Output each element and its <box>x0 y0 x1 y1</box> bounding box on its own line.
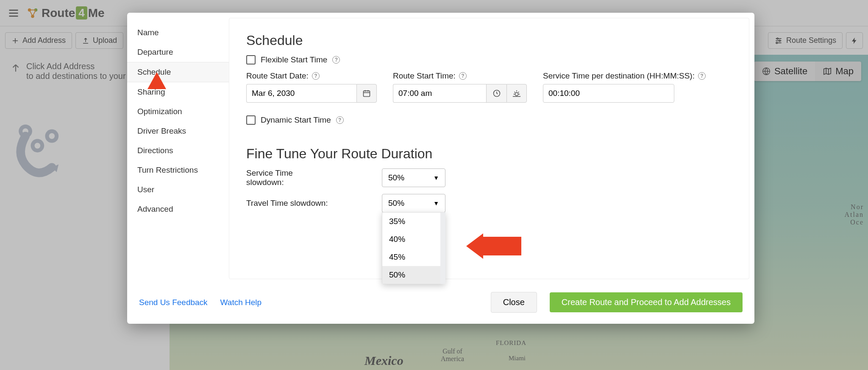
travel-slowdown-label: Travel Time slowdown: <box>246 199 331 208</box>
help-icon[interactable]: ? <box>459 72 467 80</box>
add-address-label: Add Address <box>22 36 66 45</box>
dynamic-start-row: Dynamic Start Time ? <box>246 115 732 125</box>
add-address-button[interactable]: Add Address <box>5 32 72 49</box>
nav-advanced[interactable]: Advanced <box>127 199 229 219</box>
close-button[interactable]: Close <box>491 292 537 313</box>
svg-line-32 <box>518 92 519 92</box>
map-label: Map <box>835 66 854 77</box>
svg-point-12 <box>777 38 778 39</box>
chevron-down-icon: ▼ <box>433 200 439 207</box>
svg-point-13 <box>779 40 780 41</box>
svg-point-20 <box>35 143 41 149</box>
satellite-label: Satellite <box>774 66 807 77</box>
sliders-icon <box>774 36 783 45</box>
calendar-icon[interactable] <box>356 84 377 103</box>
nav-name[interactable]: Name <box>127 23 229 42</box>
dropdown-opt-50[interactable]: 50% <box>382 266 440 284</box>
arrow-up-icon <box>10 62 21 73</box>
service-slowdown-select[interactable]: 50% ▼ <box>382 168 445 187</box>
modal-nav: Name Departure Schedule Sharing Optimiza… <box>127 13 229 284</box>
service-time-group: Service Time per destination (HH:MM:SS):… <box>543 71 706 103</box>
route-start-time-input[interactable] <box>393 84 486 103</box>
menu-icon[interactable] <box>5 5 22 22</box>
nav-sharing[interactable]: Sharing <box>127 82 229 102</box>
bolt-icon <box>851 37 858 45</box>
fine-tune-heading: Fine Tune Your Route Duration <box>246 146 732 162</box>
svg-rect-22 <box>364 91 370 96</box>
nav-turn-restrictions[interactable]: Turn Restrictions <box>127 160 229 180</box>
map-label-gulf: Gulf of America <box>441 348 464 363</box>
service-time-input[interactable] <box>543 84 674 103</box>
route-start-date-label: Route Start Date: ? <box>246 71 377 81</box>
flexible-start-checkbox[interactable] <box>246 55 256 64</box>
logo[interactable]: Route4Me <box>26 6 105 20</box>
upload-button[interactable]: Upload <box>75 32 123 49</box>
route-start-date-input[interactable] <box>246 84 356 103</box>
clock-icon[interactable] <box>486 84 506 103</box>
svg-point-14 <box>776 42 777 43</box>
route-settings-label: Route Settings <box>786 36 836 45</box>
nav-schedule[interactable]: Schedule <box>127 62 229 82</box>
svg-line-31 <box>515 92 515 92</box>
route-start-date-group: Route Start Date: ? <box>246 71 377 103</box>
chevron-down-icon: ▼ <box>433 174 439 181</box>
dynamic-start-checkbox[interactable] <box>246 115 256 125</box>
upload-icon <box>82 37 89 45</box>
map-toggle[interactable]: Map <box>815 62 861 81</box>
flexible-start-label: Flexible Start Time <box>261 55 327 64</box>
nav-departure[interactable]: Departure <box>127 42 229 62</box>
help-icon[interactable]: ? <box>336 116 344 124</box>
flexible-start-row: Flexible Start Time? <box>246 55 732 64</box>
map-label-mexico: Mexico <box>364 353 403 368</box>
dropdown-opt-45[interactable]: 45% <box>382 248 440 266</box>
watch-help-link[interactable]: Watch Help <box>220 298 262 307</box>
route-settings-button[interactable]: Route Settings <box>768 32 843 49</box>
help-icon[interactable]: ? <box>312 72 320 80</box>
sunrise-icon[interactable] <box>506 84 527 103</box>
nav-user[interactable]: User <box>127 180 229 199</box>
annotation-arrow-1 <box>144 72 170 127</box>
route-start-time-group: Route Start Time: ? <box>393 71 527 103</box>
travel-slowdown-select[interactable]: 50% ▼ 35% 40% 45% 50% <box>382 194 445 213</box>
create-route-button[interactable]: Create Route and Proceed to Add Addresse… <box>550 292 743 312</box>
travel-slowdown-value: 50% <box>388 199 404 208</box>
globe-icon <box>762 67 771 76</box>
brand-text-mid: 4 <box>76 6 87 20</box>
map-label-miami: Miami <box>509 355 526 362</box>
hint-line2: to add destinations to your <box>26 71 126 81</box>
nav-optimization[interactable]: Optimization <box>127 102 229 121</box>
map-label-florida: FLORIDA <box>496 339 526 347</box>
feedback-link[interactable]: Send Us Feedback <box>139 298 208 307</box>
service-slowdown-value: 50% <box>388 173 404 182</box>
map-type-toggle: Satellite Map <box>754 62 861 81</box>
service-slowdown-row: Service Time slowdown: 50% ▼ <box>246 168 732 187</box>
service-time-label: Service Time per destination (HH:MM:SS):… <box>543 71 706 81</box>
brand-text-suffix: Me <box>88 6 105 20</box>
modal-footer: Send Us Feedback Watch Help Close Create… <box>127 284 754 324</box>
service-slowdown-label: Service Time slowdown: <box>246 168 331 187</box>
map-icon <box>823 67 832 76</box>
route-settings-modal: Name Departure Schedule Sharing Optimiza… <box>127 13 754 324</box>
schedule-heading: Schedule <box>246 33 732 48</box>
route-placeholder-icon <box>10 119 70 191</box>
hint-line1: Click Add Address <box>26 62 126 71</box>
help-icon[interactable]: ? <box>332 56 340 64</box>
bolt-button[interactable] <box>846 32 863 49</box>
annotation-arrow-2 <box>466 233 521 259</box>
upload-label: Upload <box>93 36 117 45</box>
travel-slowdown-row: Travel Time slowdown: 50% ▼ 35% 40% 45% … <box>246 194 732 213</box>
brand-text-prefix: Route <box>42 6 75 20</box>
dropdown-opt-35[interactable]: 35% <box>382 213 440 230</box>
dropdown-opt-40[interactable]: 40% <box>382 230 440 248</box>
logo-icon <box>26 7 39 20</box>
nav-driver-breaks[interactable]: Driver Breaks <box>127 121 229 141</box>
satellite-toggle[interactable]: Satellite <box>754 62 815 81</box>
map-label-atlantic: Nor Atlan Oce <box>844 203 864 226</box>
travel-slowdown-dropdown: 35% 40% 45% 50% <box>382 212 445 284</box>
dynamic-start-label: Dynamic Start Time <box>261 115 331 125</box>
svg-point-27 <box>515 92 518 95</box>
svg-point-18 <box>49 133 55 139</box>
help-icon[interactable]: ? <box>698 72 706 80</box>
plus-icon <box>11 37 19 45</box>
nav-directions[interactable]: Directions <box>127 141 229 160</box>
